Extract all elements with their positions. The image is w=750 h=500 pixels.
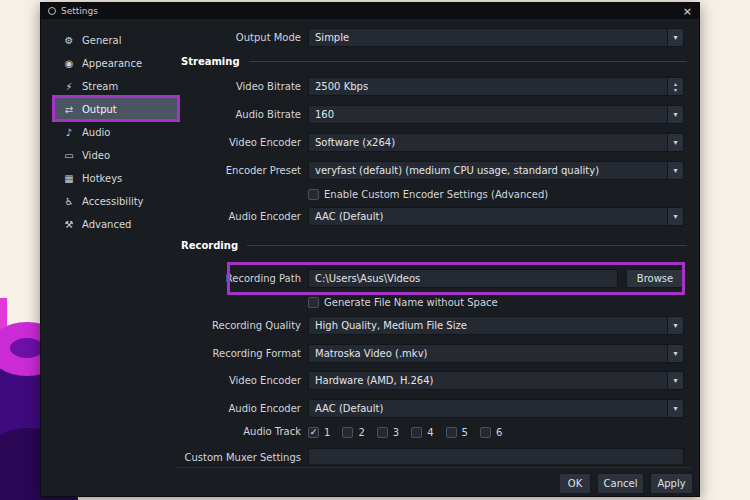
rec-audio-encoder-label: Audio Encoder (176, 399, 301, 418)
chevron-down-icon[interactable]: ▾ (667, 345, 683, 362)
rec-video-encoder-label: Video Encoder (176, 371, 301, 390)
cancel-button[interactable]: Cancel (597, 473, 644, 494)
sidebar-item-output[interactable]: ⇄ Output (55, 98, 177, 120)
obs-logo-icon (48, 7, 56, 15)
sidebar-item-general[interactable]: ⚙ General (55, 29, 177, 51)
audio-encoder-label: Audio Encoder (176, 207, 301, 226)
sidebar-item-label: Stream (82, 81, 118, 92)
audio-track-6[interactable]: 6 (480, 427, 502, 438)
check-icon: ✓ (310, 427, 318, 438)
spin-down-icon[interactable]: ▾ (674, 87, 677, 93)
output-mode-select[interactable]: Simple ▾ (308, 28, 684, 47)
section-title: Streaming (181, 56, 240, 67)
video-bitrate-stepper[interactable]: 2500 Kbps ▴ ▾ (308, 77, 684, 96)
enable-custom-encoder-checkbox[interactable]: Enable Custom Encoder Settings (Advanced… (308, 189, 548, 200)
checkbox-label: Generate File Name without Space (324, 297, 498, 308)
audio-track-number: 3 (393, 427, 399, 438)
checkbox-label: Enable Custom Encoder Settings (Advanced… (324, 189, 548, 200)
custom-muxer-input[interactable] (308, 448, 684, 464)
gear-icon: ⚙ (63, 35, 75, 46)
sidebar-item-label: Output (82, 104, 117, 115)
ok-button[interactable]: OK (559, 473, 591, 494)
sidebar-item-label: General (82, 35, 121, 46)
titlebar[interactable]: Settings × (41, 3, 699, 19)
decorative-shape (10, 338, 44, 358)
checkbox-icon[interactable] (446, 427, 457, 438)
chevron-down-icon[interactable]: ▾ (667, 317, 683, 334)
section-title: Recording (181, 240, 238, 251)
checkbox-icon[interactable] (342, 427, 353, 438)
browse-button[interactable]: Browse (626, 269, 684, 288)
generate-filename-checkbox[interactable]: Generate File Name without Space (308, 297, 498, 308)
recording-quality-select[interactable]: High Quality, Medium File Size ▾ (308, 316, 684, 335)
video-encoder-select[interactable]: Software (x264) ▾ (308, 133, 684, 152)
audio-track-number: 4 (427, 427, 433, 438)
chevron-down-icon[interactable]: ▾ (667, 372, 683, 389)
checkbox-checked-icon[interactable]: ✓ (308, 427, 319, 438)
encoder-preset-value: veryfast (default) (medium CPU usage, st… (315, 165, 599, 176)
sidebar-item-label: Appearance (82, 58, 142, 69)
recording-format-label: Recording Format (176, 344, 301, 363)
audio-bitrate-select[interactable]: 160 ▾ (308, 105, 684, 124)
sidebar-item-label: Advanced (82, 219, 131, 230)
display-icon: ▭ (63, 150, 75, 161)
settings-window: Settings × ⚙ General ◉ Appearance ⚡ Stre… (40, 2, 700, 497)
spinner-buttons[interactable]: ▴ ▾ (667, 78, 683, 95)
speaker-icon: ♪ (63, 127, 75, 138)
rec-video-encoder-select[interactable]: Hardware (AMD, H.264) ▾ (308, 371, 684, 390)
chevron-down-icon[interactable]: ▾ (667, 29, 683, 46)
section-header-recording: Recording (181, 239, 687, 252)
recording-path-input[interactable] (308, 269, 618, 288)
sidebar-item-label: Hotkeys (82, 173, 122, 184)
sidebar-item-hotkeys[interactable]: ▦ Hotkeys (55, 167, 177, 189)
recording-quality-label: Recording Quality (176, 316, 301, 335)
divider (176, 467, 691, 468)
sidebar-item-label: Accessibility (82, 196, 144, 207)
audio-track-5[interactable]: 5 (446, 427, 468, 438)
rec-audio-encoder-value: AAC (Default) (315, 403, 383, 414)
audio-track-4[interactable]: 4 (411, 427, 433, 438)
sidebar-item-audio[interactable]: ♪ Audio (55, 121, 177, 143)
divider (247, 245, 687, 246)
keyboard-icon: ▦ (63, 173, 75, 184)
chevron-down-icon[interactable]: ▾ (667, 208, 683, 225)
chevron-down-icon[interactable]: ▾ (667, 400, 683, 417)
custom-muxer-label: Custom Muxer Settings (176, 448, 301, 467)
sidebar-item-video[interactable]: ▭ Video (55, 144, 177, 166)
audio-track-3[interactable]: 3 (377, 427, 399, 438)
section-header-streaming: Streaming (181, 55, 687, 68)
apply-button[interactable]: Apply (650, 473, 693, 494)
recording-format-select[interactable]: Matroska Video (.mkv) ▾ (308, 344, 684, 363)
broadcast-icon: ⚡ (63, 81, 75, 92)
close-icon[interactable]: × (683, 6, 692, 17)
audio-encoder-select[interactable]: AAC (Default) ▾ (308, 207, 684, 226)
audio-track-number: 5 (462, 427, 468, 438)
audio-bitrate-value: 160 (315, 109, 334, 120)
sidebar: ⚙ General ◉ Appearance ⚡ Stream ⇄ Output… (55, 29, 177, 236)
audio-track-2[interactable]: 2 (342, 427, 364, 438)
chevron-down-icon[interactable]: ▾ (667, 162, 683, 179)
checkbox-icon[interactable] (308, 189, 319, 200)
chevron-down-icon[interactable]: ▾ (667, 106, 683, 123)
encoder-preset-select[interactable]: veryfast (default) (medium CPU usage, st… (308, 161, 684, 180)
checkbox-icon[interactable] (411, 427, 422, 438)
sidebar-item-stream[interactable]: ⚡ Stream (55, 75, 177, 97)
checkbox-icon[interactable] (377, 427, 388, 438)
checkbox-icon[interactable] (308, 297, 319, 308)
sidebar-item-appearance[interactable]: ◉ Appearance (55, 52, 177, 74)
recording-path-label: Recording Path (176, 269, 301, 288)
audio-track-checkboxes: ✓ 1 2 3 4 5 6 (308, 427, 514, 438)
output-mode-value: Simple (315, 32, 349, 43)
window-title: Settings (61, 6, 98, 16)
chevron-down-icon[interactable]: ▾ (667, 134, 683, 151)
audio-encoder-value: AAC (Default) (315, 211, 383, 222)
rec-audio-encoder-select[interactable]: AAC (Default) ▾ (308, 399, 684, 418)
sidebar-item-advanced[interactable]: ⚒ Advanced (55, 213, 177, 235)
checkbox-icon[interactable] (480, 427, 491, 438)
audio-track-1[interactable]: ✓ 1 (308, 427, 330, 438)
sidebar-item-accessibility[interactable]: ♿ Accessibility (55, 190, 177, 212)
video-encoder-label: Video Encoder (176, 133, 301, 152)
audio-track-number: 6 (496, 427, 502, 438)
audio-track-number: 1 (324, 427, 330, 438)
encoder-preset-label: Encoder Preset (176, 161, 301, 180)
